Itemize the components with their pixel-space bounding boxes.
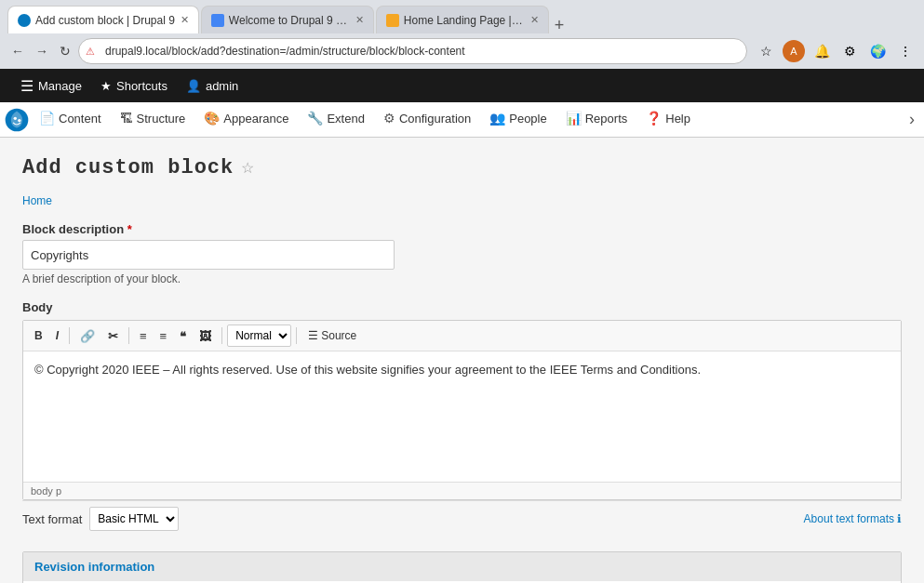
tab-2-close-btn[interactable]: ✕ xyxy=(355,14,364,26)
bullet-list-btn[interactable]: ≡ xyxy=(134,325,153,347)
text-format-label: Text format xyxy=(22,512,82,526)
extension-icon-3[interactable]: 🌍 xyxy=(866,40,889,62)
shortcuts-menu-item[interactable]: ★ Shortcuts xyxy=(91,69,177,102)
back-btn[interactable]: ← xyxy=(7,42,28,60)
blockquote-btn[interactable]: ❝ xyxy=(174,325,192,347)
user-icon: 👤 xyxy=(186,79,201,93)
bookmark-icon[interactable]: ☆ xyxy=(755,40,777,62)
page-title-row: Add custom block ☆ xyxy=(22,156,902,179)
breadcrumb[interactable]: Home xyxy=(22,194,902,207)
revision-title: Revision information xyxy=(34,560,154,574)
extension-icon-1[interactable]: 🔔 xyxy=(810,40,833,62)
nav-appearance[interactable]: 🎨 Appearance xyxy=(194,102,298,138)
shortcuts-label: Shortcuts xyxy=(116,79,167,93)
revision-header[interactable]: Revision information xyxy=(23,552,901,581)
new-tab-btn[interactable]: + xyxy=(555,17,565,33)
editor-content: © Copyright 2020 IEEE – All rights reser… xyxy=(34,363,701,377)
reports-icon: 📊 xyxy=(566,111,582,126)
security-warning-icon: ⚠ xyxy=(86,46,95,58)
manage-label: Manage xyxy=(38,79,82,93)
nav-people[interactable]: 👥 People xyxy=(480,102,556,138)
nav-configuration[interactable]: ⚙ Configuration xyxy=(374,102,480,138)
italic-btn[interactable]: I xyxy=(50,325,64,346)
admin-nav: 📄 Content 🏗 Structure 🎨 Appearance 🔧 Ext… xyxy=(0,102,924,138)
source-btn[interactable]: ☰ Source xyxy=(301,325,363,346)
user-menu-item[interactable]: 👤 admin xyxy=(177,69,248,102)
nav-reports[interactable]: 📊 Reports xyxy=(556,102,637,138)
profile-icon[interactable]: A xyxy=(783,40,805,62)
toolbar-sep-3 xyxy=(221,327,222,344)
active-tab[interactable]: Add custom block | Drupal 9 ✕ xyxy=(7,6,199,33)
menu-icon[interactable]: ⋮ xyxy=(894,40,917,62)
tab-favicon-2 xyxy=(211,14,224,27)
page-title: Add custom block xyxy=(22,156,234,179)
svg-point-2 xyxy=(18,118,20,121)
svg-point-1 xyxy=(14,116,17,119)
people-icon: 👥 xyxy=(489,111,505,126)
content-icon: 📄 xyxy=(39,111,55,126)
editor-toolbar: B I 🔗 ✂ ≡ ≡ ❝ 🖼 Normal ☰ Source xyxy=(23,321,901,351)
link-btn[interactable]: 🔗 xyxy=(74,325,100,347)
appearance-icon: 🎨 xyxy=(204,111,220,126)
revision-section: Revision information No revision Revisio… xyxy=(22,551,902,583)
body-section: Body B I 🔗 ✂ ≡ ≡ ❝ 🖼 Normal ☰ xyxy=(22,300,902,537)
nav-extend[interactable]: 🔧 Extend xyxy=(298,102,373,138)
reload-btn[interactable]: ↻ xyxy=(56,42,74,60)
favorite-star-icon[interactable]: ☆ xyxy=(241,159,254,177)
editor-statusbar: body p xyxy=(23,482,901,499)
nav-people-label: People xyxy=(509,112,546,126)
tab-3-close-btn[interactable]: ✕ xyxy=(530,14,539,26)
manage-menu-item[interactable]: ☰ Manage xyxy=(11,69,91,102)
toolbar-sep-4 xyxy=(296,327,297,344)
nav-extend-label: Extend xyxy=(327,112,364,126)
configuration-icon: ⚙ xyxy=(383,111,395,126)
info-icon: ℹ xyxy=(897,512,902,525)
unlink-btn[interactable]: ✂ xyxy=(102,325,124,347)
nav-structure[interactable]: 🏗 Structure xyxy=(111,102,195,138)
nav-help-label: Help xyxy=(665,112,690,126)
nav-content-label: Content xyxy=(59,112,101,126)
block-description-input[interactable] xyxy=(22,240,395,270)
tab-close-btn[interactable]: ✕ xyxy=(181,14,189,26)
nav-more-btn[interactable]: › xyxy=(904,110,920,129)
text-format-select[interactable]: Basic HTML xyxy=(89,507,179,531)
nav-appearance-label: Appearance xyxy=(223,112,288,126)
tab-favicon xyxy=(18,14,31,27)
number-list-btn[interactable]: ≡ xyxy=(154,325,173,347)
bold-btn[interactable]: B xyxy=(29,325,48,346)
user-label: admin xyxy=(206,79,238,93)
tab-2[interactable]: Welcome to Drupal 9 | Drupal ✕ xyxy=(201,6,374,33)
nav-help[interactable]: ❓ Help xyxy=(636,102,700,138)
block-description-label: Block description * xyxy=(22,222,902,236)
extension-icon-2[interactable]: ⚙ xyxy=(838,40,861,62)
toolbar-sep-1 xyxy=(69,327,70,344)
about-formats-link[interactable]: About text formats ℹ xyxy=(804,512,902,525)
tab-label: Add custom block | Drupal 9 xyxy=(35,14,175,27)
required-indicator: * xyxy=(127,222,132,236)
address-input[interactable] xyxy=(78,38,747,64)
nav-configuration-label: Configuration xyxy=(399,112,471,126)
extend-icon: 🔧 xyxy=(307,111,323,126)
toolbar-sep-2 xyxy=(128,327,129,344)
hamburger-icon: ☰ xyxy=(20,77,33,95)
tab-favicon-3 xyxy=(386,14,399,27)
forward-btn[interactable]: → xyxy=(32,42,52,60)
block-description-hint: A brief description of your block. xyxy=(22,272,902,285)
editor-body[interactable]: © Copyright 2020 IEEE – All rights reser… xyxy=(23,351,901,482)
format-select[interactable]: Normal xyxy=(227,325,291,347)
source-label: Source xyxy=(321,329,356,342)
image-btn[interactable]: 🖼 xyxy=(194,325,217,347)
text-format-row: Text format Basic HTML About text format… xyxy=(22,500,902,537)
nav-content[interactable]: 📄 Content xyxy=(30,102,111,138)
nav-structure-label: Structure xyxy=(137,112,186,126)
star-admin-icon: ★ xyxy=(100,79,112,93)
tab-3[interactable]: Home Landing Page | Informa... ✕ xyxy=(376,6,549,33)
editor-wrapper: B I 🔗 ✂ ≡ ≡ ❝ 🖼 Normal ☰ Source xyxy=(22,320,902,500)
about-formats-label: About text formats xyxy=(804,512,894,525)
source-icon: ☰ xyxy=(308,329,318,342)
block-description-section: Block description * A brief description … xyxy=(22,222,902,285)
page-content: Add custom block ☆ Home Block descriptio… xyxy=(0,138,924,583)
structure-icon: 🏗 xyxy=(120,111,133,126)
admin-bar: ☰ Manage ★ Shortcuts 👤 admin xyxy=(0,69,924,102)
help-icon: ❓ xyxy=(646,111,662,126)
